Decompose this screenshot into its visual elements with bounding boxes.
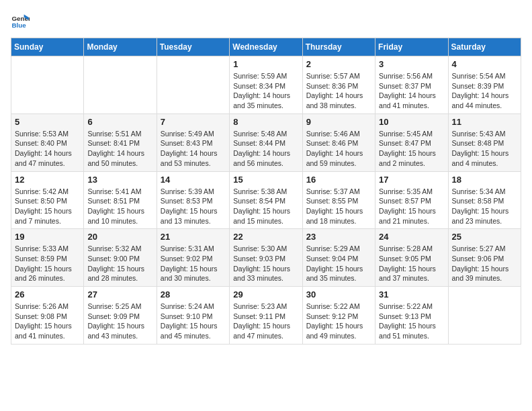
calendar-cell: 1Sunrise: 5:59 AM Sunset: 8:34 PM Daylig… (230, 56, 302, 114)
day-info: Sunrise: 5:31 AM Sunset: 9:02 PM Dayligh… (161, 244, 226, 283)
day-number: 24 (379, 232, 444, 242)
calendar-cell: 11Sunrise: 5:43 AM Sunset: 8:48 PM Dayli… (448, 113, 521, 171)
calendar-cell: 20Sunrise: 5:32 AM Sunset: 9:00 PM Dayli… (84, 229, 157, 287)
day-info: Sunrise: 5:22 AM Sunset: 9:13 PM Dayligh… (379, 302, 444, 341)
day-info: Sunrise: 5:54 AM Sunset: 8:39 PM Dayligh… (452, 71, 517, 111)
calendar-cell: 27Sunrise: 5:25 AM Sunset: 9:09 PM Dayli… (84, 287, 157, 345)
day-info: Sunrise: 5:46 AM Sunset: 8:46 PM Dayligh… (306, 129, 371, 169)
day-number: 8 (233, 117, 298, 127)
day-info: Sunrise: 5:28 AM Sunset: 9:05 PM Dayligh… (379, 244, 444, 283)
col-header-thursday: Thursday (302, 38, 375, 56)
calendar-cell: 9Sunrise: 5:46 AM Sunset: 8:46 PM Daylig… (302, 113, 375, 171)
day-info: Sunrise: 5:51 AM Sunset: 8:41 PM Dayligh… (87, 129, 152, 169)
calendar-cell (157, 56, 229, 114)
day-number: 31 (379, 289, 444, 300)
day-info: Sunrise: 5:48 AM Sunset: 8:44 PM Dayligh… (233, 129, 298, 169)
day-number: 16 (306, 175, 371, 185)
calendar-cell: 3Sunrise: 5:56 AM Sunset: 8:37 PM Daylig… (375, 56, 448, 114)
col-header-wednesday: Wednesday (230, 38, 302, 56)
day-info: Sunrise: 5:53 AM Sunset: 8:40 PM Dayligh… (15, 129, 80, 169)
logo: General Blue (11, 11, 32, 30)
calendar-cell: 23Sunrise: 5:29 AM Sunset: 9:04 PM Dayli… (302, 229, 375, 287)
day-number: 29 (233, 289, 298, 300)
col-header-monday: Monday (84, 38, 157, 56)
calendar-cell: 2Sunrise: 5:57 AM Sunset: 8:36 PM Daylig… (302, 56, 375, 114)
day-info: Sunrise: 5:37 AM Sunset: 8:55 PM Dayligh… (306, 187, 371, 226)
day-number: 10 (379, 117, 444, 127)
calendar-cell (448, 287, 521, 345)
calendar-cell: 16Sunrise: 5:37 AM Sunset: 8:55 PM Dayli… (302, 171, 375, 229)
day-info: Sunrise: 5:22 AM Sunset: 9:12 PM Dayligh… (306, 302, 371, 341)
calendar-week-row: 26Sunrise: 5:26 AM Sunset: 9:08 PM Dayli… (11, 287, 521, 345)
calendar-cell: 18Sunrise: 5:34 AM Sunset: 8:58 PM Dayli… (448, 171, 521, 229)
day-number: 20 (87, 232, 152, 242)
day-number: 26 (15, 289, 80, 300)
day-number: 22 (233, 232, 298, 242)
col-header-saturday: Saturday (448, 38, 521, 56)
day-number: 12 (15, 175, 80, 185)
logo-icon: General Blue (11, 11, 30, 30)
calendar-cell (11, 56, 84, 114)
calendar-cell: 26Sunrise: 5:26 AM Sunset: 9:08 PM Dayli… (11, 287, 84, 345)
calendar-cell: 28Sunrise: 5:24 AM Sunset: 9:10 PM Dayli… (157, 287, 229, 345)
day-number: 7 (161, 117, 226, 127)
calendar-cell: 8Sunrise: 5:48 AM Sunset: 8:44 PM Daylig… (230, 113, 302, 171)
day-info: Sunrise: 5:56 AM Sunset: 8:37 PM Dayligh… (379, 71, 444, 111)
day-info: Sunrise: 5:34 AM Sunset: 8:58 PM Dayligh… (452, 187, 517, 226)
day-number: 15 (233, 175, 298, 185)
day-number: 13 (87, 175, 152, 185)
day-info: Sunrise: 5:23 AM Sunset: 9:11 PM Dayligh… (233, 302, 298, 341)
calendar-cell: 12Sunrise: 5:42 AM Sunset: 8:50 PM Dayli… (11, 171, 84, 229)
day-info: Sunrise: 5:38 AM Sunset: 8:54 PM Dayligh… (233, 187, 298, 226)
day-number: 17 (379, 175, 444, 185)
day-info: Sunrise: 5:29 AM Sunset: 9:04 PM Dayligh… (306, 244, 371, 283)
day-info: Sunrise: 5:27 AM Sunset: 9:06 PM Dayligh… (452, 244, 517, 283)
day-info: Sunrise: 5:43 AM Sunset: 8:48 PM Dayligh… (452, 129, 517, 169)
day-number: 9 (306, 117, 371, 127)
calendar-cell: 25Sunrise: 5:27 AM Sunset: 9:06 PM Dayli… (448, 229, 521, 287)
calendar-week-row: 12Sunrise: 5:42 AM Sunset: 8:50 PM Dayli… (11, 171, 521, 229)
calendar-week-row: 19Sunrise: 5:33 AM Sunset: 8:59 PM Dayli… (11, 229, 521, 287)
day-number: 3 (379, 59, 444, 69)
day-info: Sunrise: 5:49 AM Sunset: 8:43 PM Dayligh… (161, 129, 226, 169)
day-number: 2 (306, 59, 371, 69)
calendar-cell: 22Sunrise: 5:30 AM Sunset: 9:03 PM Dayli… (230, 229, 302, 287)
col-header-sunday: Sunday (11, 38, 84, 56)
calendar-week-row: 1Sunrise: 5:59 AM Sunset: 8:34 PM Daylig… (11, 56, 521, 114)
day-info: Sunrise: 5:35 AM Sunset: 8:57 PM Dayligh… (379, 187, 444, 226)
calendar-cell (84, 56, 157, 114)
calendar-cell: 24Sunrise: 5:28 AM Sunset: 9:05 PM Dayli… (375, 229, 448, 287)
day-number: 14 (161, 175, 226, 185)
day-info: Sunrise: 5:39 AM Sunset: 8:53 PM Dayligh… (161, 187, 226, 226)
day-number: 1 (233, 59, 298, 69)
day-info: Sunrise: 5:45 AM Sunset: 8:47 PM Dayligh… (379, 129, 444, 169)
day-info: Sunrise: 5:32 AM Sunset: 9:00 PM Dayligh… (87, 244, 152, 283)
day-number: 23 (306, 232, 371, 242)
calendar-cell: 14Sunrise: 5:39 AM Sunset: 8:53 PM Dayli… (157, 171, 229, 229)
calendar-table: SundayMondayTuesdayWednesdayThursdayFrid… (11, 38, 521, 345)
day-info: Sunrise: 5:33 AM Sunset: 8:59 PM Dayligh… (15, 244, 80, 283)
day-info: Sunrise: 5:26 AM Sunset: 9:08 PM Dayligh… (15, 302, 80, 341)
day-number: 19 (15, 232, 80, 242)
day-info: Sunrise: 5:41 AM Sunset: 8:51 PM Dayligh… (87, 187, 152, 226)
col-header-tuesday: Tuesday (157, 38, 229, 56)
calendar-header-row: SundayMondayTuesdayWednesdayThursdayFrid… (11, 38, 521, 56)
day-number: 28 (161, 289, 226, 300)
calendar-cell: 21Sunrise: 5:31 AM Sunset: 9:02 PM Dayli… (157, 229, 229, 287)
day-info: Sunrise: 5:25 AM Sunset: 9:09 PM Dayligh… (87, 302, 152, 341)
col-header-friday: Friday (375, 38, 448, 56)
day-number: 18 (452, 175, 517, 185)
day-info: Sunrise: 5:42 AM Sunset: 8:50 PM Dayligh… (15, 187, 80, 226)
day-number: 5 (15, 117, 80, 127)
day-number: 21 (161, 232, 226, 242)
day-info: Sunrise: 5:59 AM Sunset: 8:34 PM Dayligh… (233, 71, 298, 111)
calendar-cell: 19Sunrise: 5:33 AM Sunset: 8:59 PM Dayli… (11, 229, 84, 287)
day-number: 25 (452, 232, 517, 242)
day-number: 11 (452, 117, 517, 127)
svg-text:Blue: Blue (11, 21, 26, 29)
calendar-cell: 30Sunrise: 5:22 AM Sunset: 9:12 PM Dayli… (302, 287, 375, 345)
calendar-cell: 15Sunrise: 5:38 AM Sunset: 8:54 PM Dayli… (230, 171, 302, 229)
calendar-cell: 4Sunrise: 5:54 AM Sunset: 8:39 PM Daylig… (448, 56, 521, 114)
calendar-cell: 7Sunrise: 5:49 AM Sunset: 8:43 PM Daylig… (157, 113, 229, 171)
calendar-week-row: 5Sunrise: 5:53 AM Sunset: 8:40 PM Daylig… (11, 113, 521, 171)
